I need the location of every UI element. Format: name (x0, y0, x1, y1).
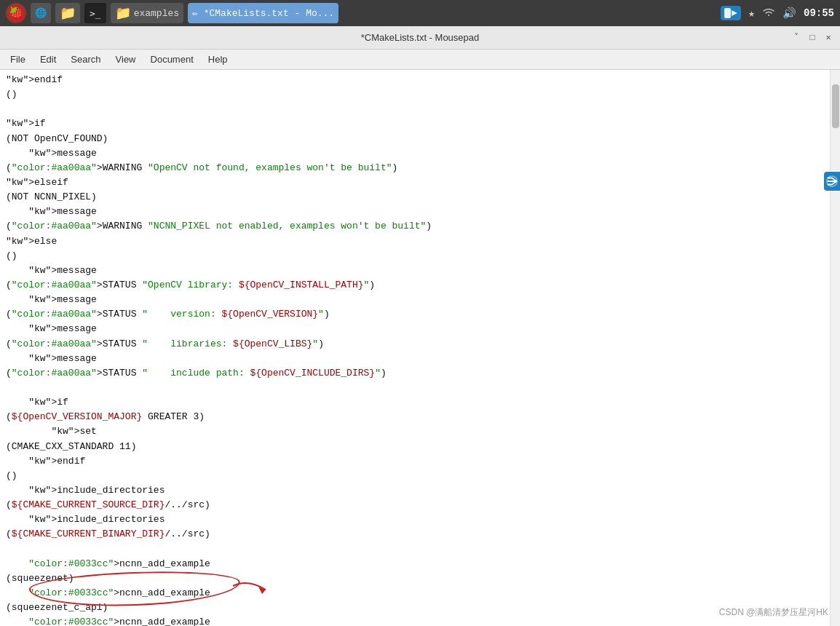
examples-folder-button[interactable]: 📁examples (111, 3, 183, 23)
window-controls: ˅ □ ✕ (791, 32, 834, 44)
line-17: "kw">include_directories (6, 512, 830, 527)
line-19: "color:#0033cc">ncnn_add_example (6, 557, 830, 571)
browser-button[interactable]: 🌐 (31, 3, 51, 23)
wifi-icon[interactable] (762, 7, 775, 20)
menu-edit[interactable]: Edit (33, 52, 63, 66)
line-7: "kw">else (6, 234, 830, 249)
line-9: "kw">message (6, 293, 830, 307)
line-11: "kw">message (6, 352, 830, 366)
teamviewer-icon[interactable] (721, 6, 741, 20)
raspberry-pi-icon[interactable]: 🍓 (6, 3, 26, 23)
bluetooth-icon[interactable]: ★ (748, 7, 755, 20)
close-button[interactable]: ✕ (823, 32, 834, 44)
line-4: "kw">message (6, 146, 830, 161)
minimize-button[interactable]: ˅ (791, 32, 802, 44)
line-3: "kw">if (6, 116, 830, 131)
titlebar: *CMakeLists.txt - Mousepad ˅ □ ✕ (0, 26, 840, 49)
menubar: File Edit Search View Document Help (0, 49, 840, 70)
line-6: "kw">message (6, 205, 830, 219)
side-panel[interactable] (824, 172, 840, 191)
line-15: "kw">endif (6, 454, 830, 469)
window-title: *CMakeLists.txt - Mousepad (361, 32, 480, 43)
active-window-label: ✏ *CMakeLists.txt - Mo... (192, 7, 334, 19)
line-16: "kw">include_directories (6, 483, 830, 498)
line-10: "kw">message (6, 322, 830, 336)
watermark: CSDN @满船清梦压星河HK (719, 606, 828, 619)
taskbar: 🍓 🌐 📁 >_ 📁examples ✏ *CMakeLists.txt - M… (0, 0, 840, 26)
files-button[interactable]: 📁 (55, 3, 80, 23)
menu-file[interactable]: File (3, 52, 33, 66)
line-5: "kw">elseif (6, 175, 830, 190)
scrollbar-thumb[interactable] (832, 84, 839, 128)
line-14: "kw">set (6, 424, 830, 439)
system-tray: ★ 🔊 09:55 (721, 6, 834, 20)
scrollbar[interactable] (830, 70, 840, 626)
line-8: "kw">message (6, 264, 830, 278)
active-window-button[interactable]: ✏ *CMakeLists.txt - Mo... (188, 3, 338, 23)
terminal-button[interactable]: >_ (84, 3, 106, 23)
volume-icon[interactable]: 🔊 (782, 7, 796, 20)
line-13: "kw">if (6, 395, 830, 410)
clock: 09:55 (804, 7, 834, 19)
menu-view[interactable]: View (108, 52, 143, 66)
maximize-button[interactable]: □ (807, 32, 818, 44)
menu-help[interactable]: Help (201, 52, 235, 66)
menu-document[interactable]: Document (143, 52, 201, 66)
editor-content[interactable]: "kw">endif() "kw">if(NOT OpenCV_FOUND) "… (0, 70, 830, 626)
menu-search[interactable]: Search (63, 52, 108, 66)
line-21: "color:#0033cc">ncnn_add_example (6, 615, 830, 626)
line-1: "kw">endif (6, 73, 830, 87)
editor-area[interactable]: "kw">endif() "kw">if(NOT OpenCV_FOUND) "… (0, 70, 840, 626)
line-20: "color:#0033cc">ncnn_add_example (6, 586, 830, 601)
svg-rect-0 (724, 8, 731, 18)
